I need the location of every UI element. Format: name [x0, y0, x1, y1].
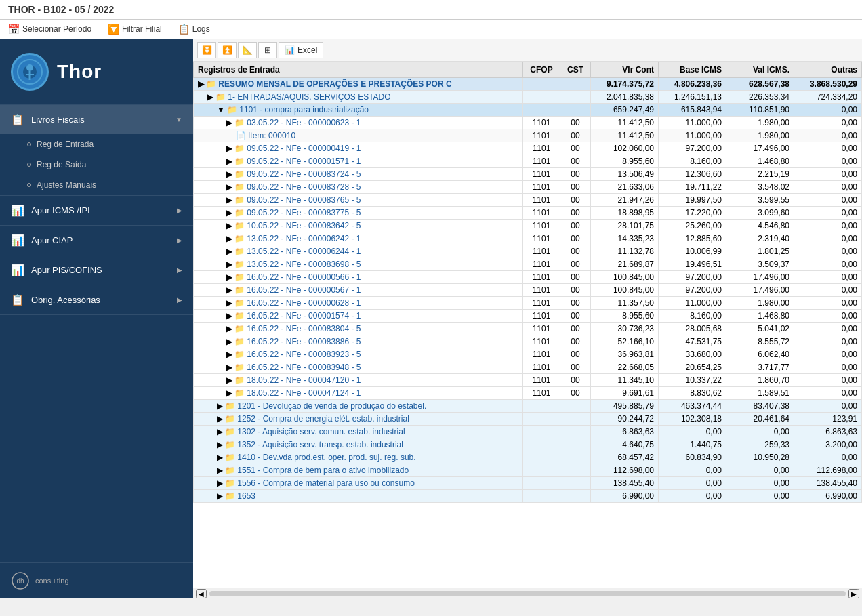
table-row[interactable]: ▶ 📁18.05.22 - NFe - 000047120 - 11101001…	[194, 374, 862, 387]
scroll-right-button[interactable]: ▶	[848, 589, 859, 598]
table-row[interactable]: ▶ 📁1252 - Compra de energia elét. estab.…	[194, 413, 862, 426]
logs-button[interactable]: 📋 Logs	[176, 22, 213, 36]
row-outras-cell: 0,00	[794, 104, 862, 117]
table-row[interactable]: ▶ 📁1201 - Devolução de venda de produção…	[194, 400, 862, 413]
fit-button[interactable]: 📐	[238, 42, 257, 58]
sidebar-item-apur-ciap[interactable]: 📊 Apur CIAP ▶	[0, 226, 193, 255]
table-row[interactable]: ▶ 📁1551 - Compra de bem para o ativo imo…	[194, 464, 862, 477]
consulting-label: consulting	[35, 577, 69, 585]
row-cst-cell: 00	[560, 207, 591, 220]
row-baseicms-cell: 0,00	[659, 464, 726, 477]
logs-label: Logs	[192, 24, 210, 34]
consulting-icon: dh	[11, 571, 30, 590]
table-row[interactable]: 📄Item: 00001011010011.412,5011.000,001.9…	[194, 129, 862, 142]
table-row[interactable]: ▶ 📁09.05.22 - NFe - 000000419 - 11101001…	[194, 142, 862, 155]
table-row[interactable]: ▶ 📁1352 - Aquisição serv. transp. estab.…	[194, 438, 862, 451]
horizontal-scrollbar[interactable]	[209, 591, 846, 596]
table-row[interactable]: ▶ 📁13.05.22 - NFe - 000006244 - 11101001…	[194, 245, 862, 258]
row-vlrcont-cell: 21.689,87	[591, 258, 659, 271]
table-row[interactable]: ▼ 📁1101 - compra para industrialização65…	[194, 104, 862, 117]
row-cfop-cell: 1101	[523, 310, 560, 323]
row-cst-cell: 00	[560, 155, 591, 168]
table-row[interactable]: ▶ 📁10.05.22 - NFe - 000083642 - 51101002…	[194, 220, 862, 232]
row-cst-cell: 00	[560, 348, 591, 361]
table-row[interactable]: ▶ 📁1556 - Compra de material para uso ou…	[194, 477, 862, 490]
grid-button[interactable]: ⊞	[258, 42, 277, 58]
table-row[interactable]: ▶ 📁09.05.22 - NFe - 000083724 - 51101001…	[194, 168, 862, 181]
select-period-button[interactable]: 📅 Selecionar Período	[5, 22, 94, 36]
row-cfop-cell	[523, 490, 560, 503]
excel-icon: 📊	[285, 45, 295, 55]
row-valicms-cell: 1.980,00	[726, 129, 794, 142]
table-row[interactable]: ▶ 📁16.05.22 - NFe - 000000566 - 11101001…	[194, 271, 862, 284]
col-baseicms-header: Base ICMS	[659, 62, 726, 78]
row-label-cell: ▶ 📁09.05.22 - NFe - 000001571 - 1	[194, 155, 523, 168]
filter-branch-button[interactable]: 🔽 Filtrar Filial	[105, 22, 165, 36]
pis-label: Apur PIS/COFINS	[31, 265, 102, 275]
row-valicms-cell: 1.980,00	[726, 297, 794, 310]
table-row[interactable]: ▶ 📁09.05.22 - NFe - 000083728 - 51101002…	[194, 181, 862, 194]
row-baseicms-cell: 12.306,60	[659, 168, 726, 181]
table-row[interactable]: ▶ 📁1- ENTRADAS/AQUIS. SERVIÇOS ESTADO2.0…	[194, 91, 862, 104]
table-row[interactable]: ▶ 📁16.05.22 - NFe - 000083923 - 51101003…	[194, 348, 862, 361]
table-row[interactable]: ▶ 📁1302 - Aquisição serv. comun. estab. …	[194, 426, 862, 438]
row-vlrcont-cell: 8.955,60	[591, 155, 659, 168]
table-row[interactable]: ▶ 📁09.05.22 - NFe - 000083765 - 51101002…	[194, 194, 862, 207]
table-wrapper[interactable]: Registros de Entrada CFOP CST Vlr Cont B…	[193, 62, 862, 588]
sidebar-item-reg-entrada[interactable]: Reg de Entrada	[0, 134, 193, 155]
table-row[interactable]: ▶ 📁1410 - Dev.vda prod.est. oper. prod. …	[194, 451, 862, 464]
table-row[interactable]: ▶ 📁13.05.22 - NFe - 000006242 - 11101001…	[194, 232, 862, 245]
row-outras-cell: 0,00	[794, 348, 862, 361]
row-valicms-cell: 0,00	[726, 490, 794, 503]
row-cst-cell: 00	[560, 129, 591, 142]
row-cst-cell	[560, 104, 591, 117]
title-text: THOR - B102 - 05 / 2022	[8, 4, 114, 15]
row-outras-cell: 0,00	[794, 400, 862, 413]
table-row[interactable]: ▶ 📁09.05.22 - NFe - 000083775 - 51101001…	[194, 207, 862, 220]
row-baseicms-cell: 10.337,22	[659, 374, 726, 387]
sidebar-item-livros-fiscais[interactable]: 📋 Livros Fiscais ▼	[0, 105, 193, 134]
table-row[interactable]: ▶ 📁RESUMO MENSAL DE OPERAÇÕES E PRESTAÇÕ…	[194, 78, 862, 91]
row-outras-cell: 0,00	[794, 207, 862, 220]
sidebar-item-reg-saida[interactable]: Reg de Saída	[0, 155, 193, 175]
row-valicms-cell: 1.980,00	[726, 117, 794, 129]
collapse-all-button[interactable]: ⏫	[218, 42, 237, 58]
table-row[interactable]: ▶ 📁13.05.22 - NFe - 000083698 - 51101002…	[194, 258, 862, 271]
expand-all-button[interactable]: ⏬	[197, 42, 216, 58]
table-row[interactable]: ▶ 📁16.05.22 - NFe - 000083948 - 51101002…	[194, 361, 862, 374]
sidebar-item-obrig-acess[interactable]: 📋 Obrig. Acessórias ▶	[0, 285, 193, 314]
table-row[interactable]: ▶ 📁16.05.22 - NFe - 000001574 - 11101008…	[194, 310, 862, 323]
sidebar-item-ajustes-manuais[interactable]: Ajustes Manuais	[0, 175, 193, 195]
bottom-scrollbar[interactable]: ◀ ▶	[193, 588, 862, 598]
row-vlrcont-cell: 6.863,63	[591, 426, 659, 438]
sidebar-item-apur-pis[interactable]: 📊 Apur PIS/COFINS ▶	[0, 255, 193, 285]
table-row[interactable]: ▶ 📁16.05.22 - NFe - 000000567 - 11101001…	[194, 284, 862, 297]
scroll-left-button[interactable]: ◀	[196, 589, 207, 598]
table-row[interactable]: ▶ 📁16.05.22 - NFe - 000000628 - 11101001…	[194, 297, 862, 310]
table-row[interactable]: ▶ 📁09.05.22 - NFe - 000001571 - 11101008…	[194, 155, 862, 168]
main-layout: Thor 📋 Livros Fiscais ▼ Reg de Entrada R…	[0, 39, 862, 598]
ajustes-label: Ajustes Manuais	[37, 180, 96, 190]
table-row[interactable]: ▶ 📁16.05.22 - NFe - 000083804 - 51101003…	[194, 323, 862, 335]
logo-icon	[11, 53, 49, 91]
table-row[interactable]: ▶ 📁18.05.22 - NFe - 000047124 - 11101009…	[194, 387, 862, 400]
table-row[interactable]: ▶ 📁16.05.22 - NFe - 000083886 - 51101005…	[194, 335, 862, 348]
row-valicms-cell: 3.548,02	[726, 181, 794, 194]
row-baseicms-cell: 60.834,90	[659, 451, 726, 464]
row-label-cell: ▶ 📁09.05.22 - NFe - 000083724 - 5	[194, 168, 523, 181]
row-outras-cell: 112.698,00	[794, 464, 862, 477]
row-cst-cell	[560, 426, 591, 438]
table-row[interactable]: ▶ 📁16536.990,000,000,006.990,00	[194, 490, 862, 503]
excel-button[interactable]: 📊 Excel	[279, 42, 323, 58]
row-vlrcont-cell: 13.506,49	[591, 168, 659, 181]
table-row[interactable]: ▶ 📁03.05.22 - NFe - 000000623 - 11101001…	[194, 117, 862, 129]
row-cst-cell	[560, 78, 591, 91]
row-valicms-cell: 3.717,77	[726, 361, 794, 374]
ciap-icon: 📊	[11, 234, 24, 247]
sidebar-item-apur-icms[interactable]: 📊 Apur ICMS /IPI ▶	[0, 196, 193, 225]
row-label-cell: ▶ 📁13.05.22 - NFe - 000006244 - 1	[194, 245, 523, 258]
row-vlrcont-cell: 28.101,75	[591, 220, 659, 232]
row-cfop-cell	[523, 451, 560, 464]
row-cst-cell: 00	[560, 258, 591, 271]
row-baseicms-cell: 11.000,00	[659, 297, 726, 310]
